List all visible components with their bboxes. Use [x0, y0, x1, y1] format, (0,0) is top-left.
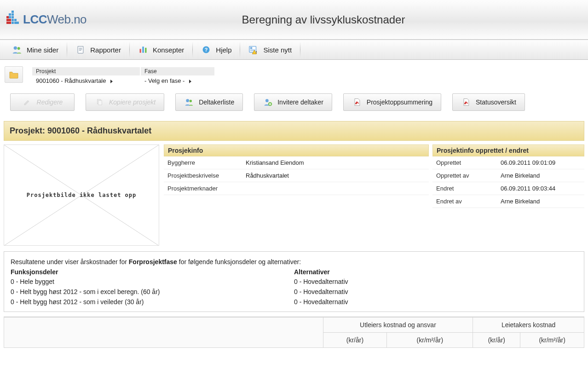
meta-row: Opprettet 06.09.2011 09:01:09 — [432, 156, 584, 169]
svg-point-14 — [190, 100, 192, 102]
placeholder-text: Prosjektbilde ikke lastet opp — [4, 145, 159, 245]
svg-point-13 — [186, 99, 190, 102]
invite-participant-button[interactable]: Invitere deltaker — [254, 93, 332, 111]
nav-label: Konsepter — [153, 46, 184, 54]
svg-rect-9 — [250, 47, 253, 49]
pdf-icon — [352, 97, 362, 107]
breadcrumb-phase-label: Fase — [141, 67, 214, 75]
chevron-right-icon — [110, 80, 113, 83]
meta-label: Opprettet av — [432, 169, 497, 182]
copy-project-button: Kopiere prosjekt — [86, 93, 164, 111]
alternativer-column: Alternativer 0 - Hovedalternativ 0 - Hov… — [294, 267, 577, 307]
button-label: Prosjektoppsummering — [367, 98, 432, 106]
meta-label: Endret av — [432, 195, 497, 208]
svg-rect-2 — [78, 46, 83, 53]
project-folder-button[interactable] — [5, 66, 23, 83]
info-label: Prosjektbeskrivelse — [164, 169, 242, 182]
svg-point-0 — [14, 46, 17, 50]
meta-value: Arne Birkeland — [497, 169, 584, 182]
button-label: Kopiere prosjekt — [109, 98, 156, 106]
info-value: Rådhuskvartalet — [242, 169, 429, 182]
button-label: Deltakerliste — [199, 98, 234, 106]
cost-unit: (kr/m²/år) — [520, 333, 584, 348]
funksjonsdel-item: 0 - Hele bygget — [11, 277, 294, 287]
project-meta-header: Prosjektinfo opprettet / endret — [432, 144, 584, 156]
breadcrumb-project-label: Prosjekt — [32, 67, 140, 75]
svg-text:!: ! — [256, 50, 257, 54]
meta-value: 06.09.2011 09:03:44 — [497, 182, 584, 195]
breadcrumb-phase-dropdown[interactable]: - Velg en fase - — [141, 76, 214, 85]
project-toolbar: Redigere Kopiere prosjekt Deltakerliste … — [0, 91, 588, 121]
svg-rect-4 — [142, 46, 144, 52]
alternativer-header: Alternativer — [294, 267, 577, 277]
info-value — [242, 182, 429, 195]
page-title: Beregning av livssykluskostnader — [86, 13, 588, 26]
nav-label: Rapporter — [90, 46, 121, 54]
info-label: Prosjektmerknader — [164, 182, 242, 195]
alternativ-item: 0 - Hovedalternativ — [294, 277, 577, 287]
project-info-header: Prosjekinfo — [164, 144, 429, 156]
nav-rapporter[interactable]: Rapporter — [67, 40, 129, 59]
news-alert-icon: ! — [248, 45, 259, 55]
chevron-right-icon — [189, 80, 191, 83]
funksjonsdeler-column: Funksjonsdeler 0 - Hele bygget 0 - Helt … — [11, 267, 294, 307]
logo[interactable]: LCCWeb.no — [6, 11, 86, 29]
funksjonsdeler-header: Funksjonsdeler — [11, 267, 294, 277]
pdf-icon — [461, 97, 471, 107]
nav-mine-sider[interactable]: Mine sider — [4, 40, 67, 59]
button-label: Statusoversikt — [476, 98, 516, 106]
breadcrumb: Prosjekt Fase 9001060 - Rådhuskvartale -… — [0, 60, 588, 91]
meta-label: Endret — [432, 182, 497, 195]
cost-unit: (kr/m²/år) — [387, 333, 473, 348]
cost-unit: (kr/år) — [473, 333, 520, 348]
cost-table-lead — [4, 318, 323, 348]
svg-rect-12 — [98, 100, 102, 105]
info-row: Prosjektbeskrivelse Rådhuskvartalet — [164, 169, 429, 182]
button-label: Redigere — [37, 98, 63, 106]
button-label: Invitere deltaker — [277, 98, 323, 106]
meta-label: Opprettet — [432, 156, 497, 169]
users-icon — [184, 97, 194, 107]
bar-chart-icon — [138, 45, 148, 55]
breadcrumb-project-dropdown[interactable]: 9001060 - Rådhuskvartale — [32, 76, 140, 85]
results-intro-phase: Forprosjektfase — [129, 258, 177, 266]
participant-list-button[interactable]: Deltakerliste — [175, 93, 243, 111]
svg-rect-5 — [145, 48, 146, 53]
breadcrumb-project-value: 9001060 - Rådhuskvartale — [36, 77, 106, 84]
cost-group-utleier: Utleiers kostnad og ansvar — [323, 318, 473, 333]
svg-text:?: ? — [205, 47, 208, 52]
results-intro-post: for følgende funksjonsdeler og alternati… — [177, 258, 301, 266]
results-intro: Resultatene under viser årskostnader for… — [11, 257, 577, 267]
logo-text: LCCWeb.no — [23, 12, 86, 27]
nav-separator — [300, 42, 300, 58]
project-meta-panel: Prosjektinfo opprettet / endret Opprette… — [432, 144, 584, 208]
logo-pixel-icon — [6, 11, 19, 29]
info-row: Prosjektmerknader — [164, 182, 429, 195]
cost-table: Utleiers kostnad og ansvar Leietakers ko… — [4, 317, 584, 348]
results-intro-pre: Resultatene under viser årskostnader for — [11, 258, 129, 266]
edit-button: Redigere — [10, 93, 75, 111]
project-summary-button[interactable]: Prosjektoppsummering — [343, 93, 441, 111]
alternativ-item: 0 - Hovedalternativ — [294, 287, 577, 297]
breadcrumb-phase-value: - Velg en fase - — [144, 77, 184, 84]
nav-label: Hjelp — [216, 46, 231, 54]
help-icon: ? — [201, 45, 211, 55]
project-image-placeholder: Prosjektbilde ikke lastet opp — [4, 144, 159, 246]
nav-konsepter[interactable]: Konsepter — [130, 40, 192, 59]
meta-row: Endret 06.09.2011 09:03:44 — [432, 182, 584, 195]
meta-row: Endret av Arne Birkeland — [432, 195, 584, 208]
status-overview-button[interactable]: Statusoversikt — [452, 93, 525, 111]
nav-siste-nytt[interactable]: ! Siste nytt — [240, 40, 300, 59]
nav-label: Mine sider — [27, 46, 58, 54]
cost-group-leietaker: Leietakers kostnad — [473, 318, 584, 333]
alternativ-item: 0 - Hovedalternativ — [294, 297, 577, 307]
copy-icon — [94, 97, 104, 107]
results-panel: Resultatene under viser årskostnader for… — [4, 251, 584, 312]
edit-icon — [22, 97, 32, 107]
folder-icon — [9, 70, 19, 79]
header-bar: LCCWeb.no Beregning av livssykluskostnad… — [0, 0, 588, 40]
funksjonsdel-item: 0 - Helt bygg høst 2012 - som i veileder… — [11, 297, 294, 307]
svg-rect-3 — [139, 49, 141, 52]
meta-row: Opprettet av Arne Birkeland — [432, 169, 584, 182]
nav-hjelp[interactable]: ? Hjelp — [193, 40, 240, 59]
